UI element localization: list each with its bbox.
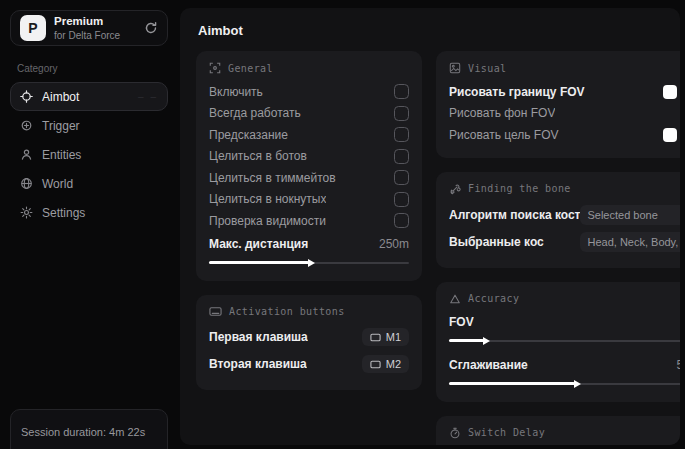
general-panel: General Включить Всегда работать Предска… [196,51,422,281]
keybind-row: Вторая клавиша M2 [209,351,409,378]
setting-label: Целиться в ботов [209,149,307,163]
setting-label: Целиться в нокнутых [209,192,326,206]
sidebar-item-label: Aimbot [42,90,79,104]
setting-label: Предсказание [209,128,288,142]
smoothing-value: 50% [676,358,680,372]
main-panel: Aimbot General Включить Всегда работать [180,8,680,445]
sidebar-item-trigger[interactable]: Trigger [10,111,168,140]
switch-delay-panel: Switch Delay Задержка переключения Задер… [436,416,680,446]
brand-logo: P [20,15,46,41]
checkbox-target-teammates[interactable] [394,170,409,185]
max-distance-label: Макс. дистанция [209,237,308,251]
accuracy-panel: Accuracy FOV 50° Сглаживание 50% [436,282,680,402]
finding-bone-panel: Finding the bone Алгоритм поиска кост Se… [436,172,680,268]
dropdown-label: Выбранные кос [449,235,544,249]
checkbox-visibility-check[interactable] [394,213,409,228]
brand-title: Premium [54,15,120,28]
sidebar-item-label: Entities [42,148,81,162]
keybind-label: Вторая клавиша [209,357,307,371]
setting-row: Целиться в нокнутых [209,189,409,211]
setting-label: Включить [209,85,263,99]
panel-title-text: Visual [468,63,507,74]
slider-thumb[interactable] [574,380,581,388]
session-duration-text: Session duration: 4m 22s [21,426,145,438]
checkbox-prediction[interactable] [394,127,409,142]
dropdown-label: Алгоритм поиска кост [449,208,580,222]
keyboard-icon [209,306,222,317]
sidebar-nav: Aimbot – – Trigger Entities [10,82,168,227]
slider-thumb[interactable] [483,337,490,345]
keybind-button-2[interactable]: M2 [362,355,409,373]
setting-row: Включить [209,81,409,103]
keybind-row: Первая клавиша M1 [209,324,409,351]
mouse-key-icon [370,360,381,369]
panel-title-text: Switch Delay [468,427,545,438]
color-swatch-fov-target[interactable] [663,128,677,142]
setting-row: Рисовать цель FOV [449,124,680,146]
setting-row: Целиться в ботов [209,146,409,168]
gear-icon [20,206,33,219]
bone-icon [449,183,461,195]
refresh-icon[interactable] [144,21,158,35]
keybind-label: Первая клавиша [209,330,308,344]
brand-subtitle: for Delta Force [54,30,120,41]
selected-bones-dropdown[interactable]: Head, Neck, Body, Pe.. [580,232,680,252]
sidebar-item-world[interactable]: World [10,169,168,198]
max-distance-slider[interactable] [209,257,409,269]
fov-label: FOV [449,315,474,329]
panel-title-text: Activation buttons [229,306,345,317]
stopwatch-icon [449,427,461,439]
image-icon [449,62,461,74]
item-hint-dashes: – – [138,91,158,102]
category-label: Category [17,63,161,74]
setting-label: Рисовать границу FOV [449,85,585,99]
smoothing-slider[interactable] [449,378,680,390]
panel-title-text: Finding the bone [468,183,571,194]
setting-row: Рисовать границу FOV [449,81,680,103]
mouse-key-icon [370,333,381,342]
session-duration-card: Session duration: 4m 22s [10,409,168,449]
keybind-button-1[interactable]: M1 [362,328,409,346]
panel-title-text: Accuracy [468,293,519,304]
setting-row: Проверка видимости [209,210,409,232]
setting-label: Целиться в тиммейтов [209,171,336,185]
dropdown-row: Выбранные кос Head, Neck, Body, Pe.. [449,229,680,256]
setting-label: Проверка видимости [209,214,326,228]
slider-thumb[interactable] [308,259,315,267]
sidebar: P Premium for Delta Force Category Aimbo… [0,0,178,449]
sidebar-item-label: Trigger [42,119,80,133]
bone-algorithm-dropdown[interactable]: Selected bone [580,205,680,225]
setting-row: Всегда работать [209,103,409,125]
sidebar-item-settings[interactable]: Settings [10,198,168,227]
globe-icon [20,177,33,190]
page-title: Aimbot [198,23,662,38]
activation-buttons-panel: Activation buttons Первая клавиша M1 Вто… [196,295,422,390]
crosshair-icon [20,90,33,103]
setting-row: Целиться в тиммейтов [209,167,409,189]
setting-row: Рисовать фон FOV [449,103,680,125]
checkbox-target-knocked[interactable] [394,192,409,207]
smoothing-label: Сглаживание [449,358,528,372]
max-distance-value: 250m [379,237,409,251]
setting-label: Всегда работать [209,106,301,120]
color-swatch-fov-border[interactable] [663,85,677,99]
sidebar-item-label: World [42,177,73,191]
setting-row: Предсказание [209,124,409,146]
trigger-icon [20,119,33,132]
sidebar-item-aimbot[interactable]: Aimbot – – [10,82,168,111]
setting-label: Рисовать фон FOV [449,106,555,120]
entities-icon [20,148,33,161]
sidebar-item-entities[interactable]: Entities [10,140,168,169]
triangle-icon [449,293,461,305]
fov-slider[interactable] [449,335,680,347]
panel-title-text: General [228,63,273,74]
checkbox-always-work[interactable] [394,106,409,121]
setting-label: Рисовать цель FOV [449,128,559,142]
visual-panel: Visual Рисовать границу FOV Рисовать фон… [436,51,680,158]
sidebar-item-label: Settings [42,206,85,220]
general-icon [209,62,221,74]
checkbox-enable[interactable] [394,84,409,99]
dropdown-row: Алгоритм поиска кост Selected bone [449,202,680,229]
checkbox-target-bots[interactable] [394,149,409,164]
brand-card: P Premium for Delta Force [10,10,168,46]
